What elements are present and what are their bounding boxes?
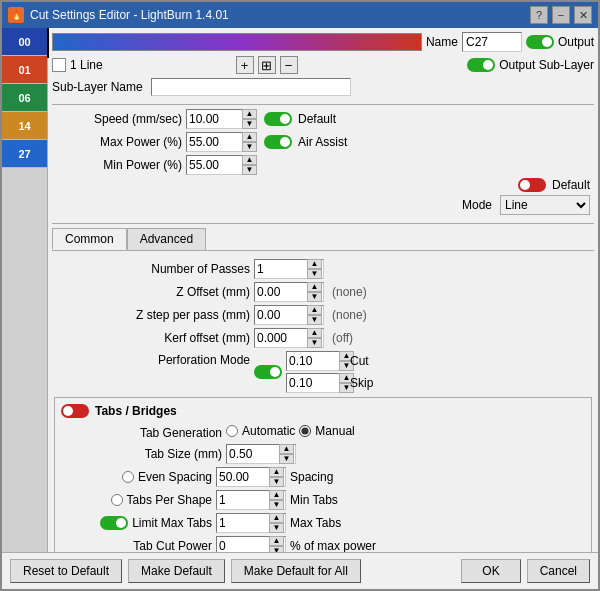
kerf-up[interactable]: ▲ bbox=[307, 328, 322, 338]
perf-row: Perforation Mode ▲ ▼ bbox=[54, 351, 592, 393]
speed-up[interactable]: ▲ bbox=[242, 109, 257, 119]
tabs-bridges-toggle[interactable] bbox=[61, 404, 89, 418]
cancel-button[interactable]: Cancel bbox=[527, 559, 590, 583]
sublayer-label: 1 Line bbox=[70, 58, 232, 72]
z-offset-arrows: ▲ ▼ bbox=[307, 282, 322, 302]
z-step-down[interactable]: ▼ bbox=[307, 315, 322, 325]
perf-skip-label: Skip bbox=[350, 376, 373, 390]
kerf-down[interactable]: ▼ bbox=[307, 338, 322, 348]
expand-sublayer-button[interactable]: ⊞ bbox=[258, 56, 276, 74]
spacing-up[interactable]: ▲ bbox=[269, 467, 284, 477]
tabs-per-shape-radio[interactable] bbox=[111, 494, 123, 506]
limit-max-up[interactable]: ▲ bbox=[269, 513, 284, 523]
speed-default-label: Default bbox=[298, 112, 336, 126]
even-spacing-text: Even Spacing bbox=[138, 470, 212, 484]
remove-sublayer-button[interactable]: − bbox=[280, 56, 298, 74]
help-button[interactable]: ? bbox=[530, 6, 548, 24]
min-tabs-label: Min Tabs bbox=[290, 493, 338, 507]
max-power-label: Max Power (%) bbox=[52, 135, 182, 149]
z-step-up[interactable]: ▲ bbox=[307, 305, 322, 315]
limit-max-toggle[interactable] bbox=[100, 516, 128, 530]
speed-down[interactable]: ▼ bbox=[242, 119, 257, 129]
output-sublayer-toggle[interactable] bbox=[467, 58, 495, 72]
spacing-down[interactable]: ▼ bbox=[269, 477, 284, 487]
tab-common[interactable]: Common bbox=[52, 228, 127, 250]
passes-down[interactable]: ▼ bbox=[307, 269, 322, 279]
z-offset-down[interactable]: ▼ bbox=[307, 292, 322, 302]
passes-up[interactable]: ▲ bbox=[307, 259, 322, 269]
kerf-arrows: ▲ ▼ bbox=[307, 328, 322, 348]
max-power-down[interactable]: ▼ bbox=[242, 142, 257, 152]
tabs-bridges-section: Tabs / Bridges Tab Generation Automatic … bbox=[54, 397, 592, 552]
min-power-down[interactable]: ▼ bbox=[242, 165, 257, 175]
mode-label: Mode bbox=[462, 198, 492, 212]
sublayer-name-input[interactable] bbox=[151, 78, 351, 96]
make-default-all-button[interactable]: Make Default for All bbox=[231, 559, 361, 583]
mode-select[interactable]: Line Fill Offset Fill bbox=[500, 195, 590, 215]
z-step-spinbox: ▲ ▼ bbox=[254, 305, 324, 325]
tabs-per-arrows: ▲ ▼ bbox=[269, 490, 284, 510]
speed-input[interactable] bbox=[187, 111, 242, 127]
limit-max-down[interactable]: ▼ bbox=[269, 523, 284, 533]
layer-item-14[interactable]: 14 bbox=[2, 112, 47, 140]
z-offset-up[interactable]: ▲ bbox=[307, 282, 322, 292]
tab-size-arrows: ▲ ▼ bbox=[279, 444, 294, 464]
output-toggle[interactable] bbox=[526, 35, 554, 49]
form-section: Number of Passes ▲ ▼ Z Offset (mm) bbox=[52, 255, 594, 552]
limit-max-input[interactable] bbox=[217, 515, 269, 531]
spacing-label: Spacing bbox=[290, 470, 333, 484]
default-row: Default bbox=[52, 178, 594, 192]
kerf-input[interactable] bbox=[255, 330, 307, 346]
tab-size-down[interactable]: ▼ bbox=[279, 454, 294, 464]
even-spacing-row: Even Spacing ▲ ▼ Spacing bbox=[61, 467, 585, 487]
default-toggle[interactable] bbox=[518, 178, 546, 192]
layer-item-06[interactable]: 06 bbox=[2, 84, 47, 112]
passes-input[interactable] bbox=[255, 261, 307, 277]
speed-default-toggle[interactable] bbox=[264, 112, 292, 126]
manual-label: Manual bbox=[315, 424, 354, 438]
layer-item-00[interactable]: 00 bbox=[2, 28, 47, 56]
tab-gen-radios: Automatic Manual bbox=[226, 424, 355, 438]
even-spacing-radio[interactable] bbox=[122, 471, 134, 483]
tab-cut-input[interactable] bbox=[217, 538, 269, 552]
perf-toggle[interactable] bbox=[254, 365, 282, 379]
tab-cut-spinbox: ▲ ▼ bbox=[216, 536, 286, 552]
limit-max-row: Limit Max Tabs ▲ ▼ Max Tabs bbox=[61, 513, 585, 533]
ok-button[interactable]: OK bbox=[461, 559, 520, 583]
minimize-button[interactable]: − bbox=[552, 6, 570, 24]
tabs-row: Common Advanced bbox=[52, 228, 594, 251]
tabs-per-shape-row: Tabs Per Shape ▲ ▼ Min Tabs bbox=[61, 490, 585, 510]
min-power-input[interactable] bbox=[187, 157, 242, 173]
tabs-per-down[interactable]: ▼ bbox=[269, 500, 284, 510]
reset-button[interactable]: Reset to Default bbox=[10, 559, 122, 583]
min-power-up[interactable]: ▲ bbox=[242, 155, 257, 165]
air-assist-toggle[interactable] bbox=[264, 135, 292, 149]
tabs-per-up[interactable]: ▲ bbox=[269, 490, 284, 500]
auto-radio[interactable] bbox=[226, 425, 238, 437]
tabs-per-input[interactable] bbox=[217, 492, 269, 508]
close-button[interactable]: ✕ bbox=[574, 6, 592, 24]
tab-size-up[interactable]: ▲ bbox=[279, 444, 294, 454]
tab-cut-up[interactable]: ▲ bbox=[269, 536, 284, 546]
tab-advanced[interactable]: Advanced bbox=[127, 228, 206, 250]
z-offset-input[interactable] bbox=[255, 284, 307, 300]
perf-skip-spinbox: ▲ ▼ bbox=[286, 373, 346, 393]
layer-item-27[interactable]: 27 bbox=[2, 140, 47, 168]
sublayer-checkbox[interactable] bbox=[52, 58, 66, 72]
max-tabs-label: Max Tabs bbox=[290, 516, 341, 530]
perf-cut-input[interactable] bbox=[287, 353, 339, 369]
z-step-input[interactable] bbox=[255, 307, 307, 323]
tab-size-input[interactable] bbox=[227, 446, 279, 462]
max-power-input[interactable] bbox=[187, 134, 242, 150]
speed-label: Speed (mm/sec) bbox=[52, 112, 182, 126]
max-power-up[interactable]: ▲ bbox=[242, 132, 257, 142]
tab-cut-power-row: Tab Cut Power ▲ ▼ % of max power bbox=[61, 536, 585, 552]
spacing-input[interactable] bbox=[217, 469, 269, 485]
perf-cut-item: ▲ ▼ Cut bbox=[286, 351, 373, 371]
layer-item-01[interactable]: 01 bbox=[2, 56, 47, 84]
manual-radio[interactable] bbox=[299, 425, 311, 437]
add-sublayer-button[interactable]: + bbox=[236, 56, 254, 74]
name-input[interactable] bbox=[462, 32, 522, 52]
make-default-button[interactable]: Make Default bbox=[128, 559, 225, 583]
perf-skip-input[interactable] bbox=[287, 375, 339, 391]
